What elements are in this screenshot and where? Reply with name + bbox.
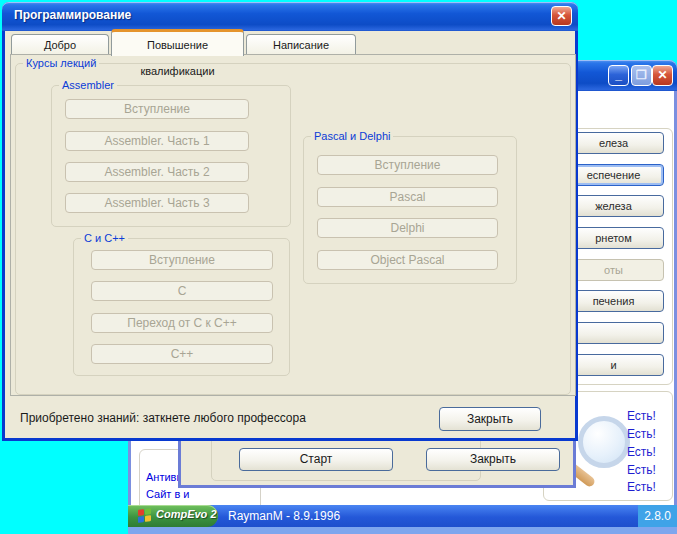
availability-label: Есть! [627,427,671,441]
tab-writing[interactable]: Написание программ [246,34,356,55]
pascal-button: Pascal [317,187,498,207]
dialog-titlebar[interactable]: Программирование ✕ [2,2,578,31]
availability-label: Есть! [627,463,671,477]
availability-label: Есть! [627,409,671,423]
maximize-button[interactable]: ❐ [631,65,652,86]
website-link[interactable]: Сайт в и [146,488,189,500]
test-button-1[interactable]: елеза [563,132,664,154]
close-icon[interactable]: ✕ [652,65,673,86]
cpp-button: С++ [91,344,273,364]
close-check-button[interactable]: Закрыть [426,448,560,471]
window-bottom-border [128,527,677,534]
knowledge-status-text: Приобретено знаний: заткнете любого проф… [20,411,306,425]
start-button[interactable]: CompEvo 2 [128,505,218,527]
availability-label: Есть! [627,480,671,494]
test-button-7[interactable] [563,322,664,344]
assembler-part1-button: Assembler. Часть 1 [65,131,249,151]
test-button-4[interactable]: рнетом [563,227,664,249]
assembler-group-label: Assembler [59,79,117,91]
start-button-label: CompEvo 2 [156,508,217,520]
c-to-cpp-button: Переход от С к С++ [91,313,273,333]
tab-training[interactable]: Повышение квалификации [111,29,244,56]
close-dialog-button[interactable]: Закрыть [439,407,541,431]
test-button-8[interactable]: и [563,354,664,376]
start-check-button[interactable]: Старт [239,448,393,471]
c-group-label: С и С++ [81,232,128,244]
compevo-taskbar: CompEvo 2 RaymanM - 8.9.1996 2.8.0 [128,505,677,527]
desktop: _ ❐ ✕ елеза еспечение железа рнетом оты … [0,0,677,534]
test-button-5: оты [563,259,664,281]
assembler-part3-button: Assembler. Часть 3 [65,193,249,213]
lectures-group-label: Курсы лекций [23,57,99,69]
test-button-3[interactable]: железа [563,195,664,217]
windows-flag-icon [138,508,151,523]
dialog-title: Программирование [14,8,131,22]
magnifier-icon [578,416,630,468]
test-button-6[interactable]: печения [563,290,664,312]
c-intro-button: Вступление [91,250,273,270]
programming-dialog: Программирование ✕ Добро пожаловать! Пов… [2,2,578,441]
availability-label: Есть! [627,445,671,459]
c-button: С [91,281,273,301]
close-icon[interactable]: ✕ [551,6,572,26]
object-pascal-button: Object Pascal [317,250,498,270]
assembler-part2-button: Assembler. Часть 2 [65,162,249,182]
pascal-group-label: Pascal и Delphi [311,130,393,142]
pascal-intro-button: Вступление [317,155,498,175]
taskbar-task-label[interactable]: RaymanM - 8.9.1996 [228,509,340,523]
minimize-button[interactable]: _ [608,65,629,86]
assembler-intro-button: Вступление [65,99,249,119]
tab-welcome[interactable]: Добро пожаловать! [11,34,109,55]
version-badge: 2.8.0 [638,505,677,527]
test-button-2[interactable]: еспечение [563,164,664,186]
delphi-button: Delphi [317,218,498,238]
